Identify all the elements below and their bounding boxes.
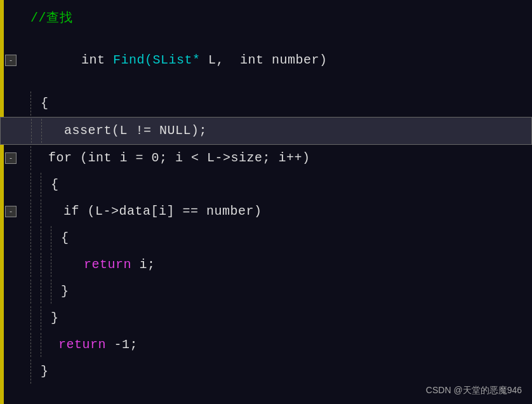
code-line-close-brace-3: } (0, 278, 532, 305)
code-line-open-brace-3: { (0, 225, 532, 252)
for-text: for (int i = 0; i < L->size; i++) (41, 149, 310, 168)
open-brace-1-text: { (41, 94, 49, 113)
fold-btn-for[interactable]: - (5, 152, 17, 164)
code-line-return-i: return i; (0, 252, 532, 278)
open-brace-3-text: { (61, 229, 69, 248)
if-text: if (L->data[i] == number) (51, 202, 262, 221)
code-line-close-brace-2: } (0, 305, 532, 332)
watermark: CSDN @天堂的恶魔946 (426, 385, 522, 396)
code-line-comment: //查找 (0, 6, 532, 30)
code-line-close-brace-1: } (0, 358, 532, 385)
close-brace-3-text: } (61, 282, 69, 301)
close-brace-1-text: } (41, 362, 49, 381)
code-editor: //查找 - int Find(SList* L, int number) { … (0, 0, 532, 404)
code-line-func-sig: - int Find(SList* L, int number) (0, 30, 532, 90)
close-brace-2-text: } (51, 309, 59, 328)
code-line-open-brace-1: { (0, 90, 532, 117)
code-line-open-brace-2: { (0, 172, 532, 198)
return-neg1-text: return -1; (51, 335, 138, 354)
fold-btn-func[interactable]: - (5, 55, 17, 66)
comment-text: //查找 (18, 9, 72, 28)
code-line-for: - for (int i = 0; i < L->size; i++) (0, 145, 532, 172)
code-line-if: - if (L->data[i] == number) (0, 198, 532, 225)
func-sig-text: int Find(SList* L, int number) (18, 32, 328, 89)
code-line-return-neg1: return -1; (0, 332, 532, 358)
return-i-text: return i; (61, 255, 156, 274)
code-line-assert: assert(L != NULL); (0, 117, 532, 145)
fold-btn-if[interactable]: - (5, 206, 17, 217)
open-brace-2-text: { (51, 175, 59, 194)
assert-text: assert(L != NULL); (51, 121, 207, 140)
